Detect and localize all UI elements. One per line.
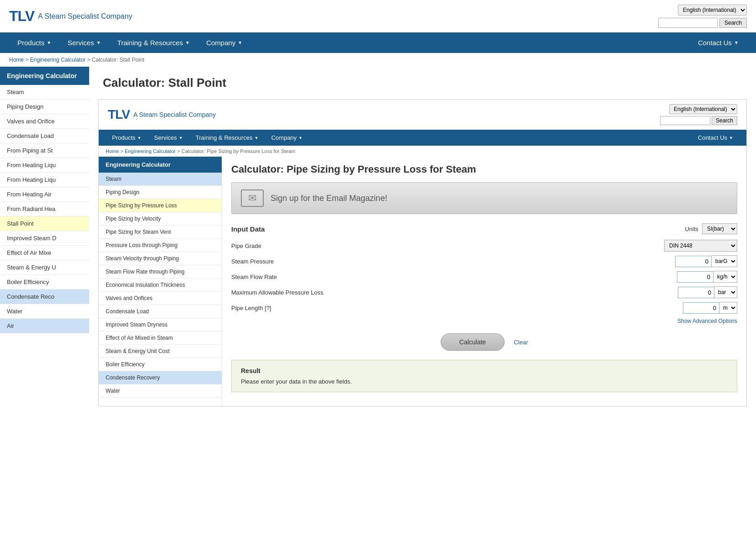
inner-sidebar-steam-velocity[interactable]: Steam Velocity through Piping [99, 252, 222, 265]
pipe-length-unit[interactable]: m ft [719, 302, 737, 314]
pipe-grade-row: Pipe Grade DIN 2448 ASTM A53 JIS G3452 [231, 240, 737, 252]
outer-sidebar-boiler[interactable]: Boiler Efficiency [0, 275, 89, 290]
outer-contact-chevron: ▼ [734, 40, 739, 45]
outer-search-row: Search [658, 18, 747, 28]
input-section-title: Input Data [231, 225, 265, 233]
outer-sidebar-from-air[interactable]: From Heating Air [0, 187, 89, 202]
inner-nav-products[interactable]: Products ▼ [106, 130, 148, 146]
outer-sidebar-condensate-recovery[interactable]: Condensate Reco [0, 290, 89, 304]
outer-sidebar-from-piping[interactable]: From Piping at St [0, 143, 89, 158]
outer-breadcrumb-home[interactable]: Home [9, 57, 24, 63]
outer-breadcrumb-engcalc[interactable]: Engineering Calculator [30, 57, 85, 63]
steam-pressure-unit[interactable]: barG barA kPa [712, 255, 737, 267]
outer-nav-products[interactable]: Products ▼ [9, 32, 59, 53]
max-pressure-loss-label: Maximum Allowable Pressure Loss [231, 289, 678, 296]
inner-sidebar-pipe-sizing-pressure[interactable]: Pipe Sizing by Pressure Loss [99, 199, 222, 212]
inner-search-input[interactable] [660, 116, 710, 125]
inner-sidebar-pipe-sizing-velocity[interactable]: Pipe Sizing by Velocity [99, 212, 222, 226]
outer-sidebar-air[interactable]: Air [0, 319, 89, 333]
outer-sidebar-effect-air[interactable]: Effect of Air Mixe [0, 246, 89, 260]
email-signup-banner[interactable]: ✉ Sign up for the Email Magazine! [231, 182, 737, 214]
units-select[interactable]: SI(bar) SI(kPa) Imperial [702, 223, 737, 234]
inner-sidebar-energy[interactable]: Steam & Energy Unit Cost [99, 345, 222, 358]
steam-pressure-row: Steam Pressure barG barA kPa [231, 255, 737, 267]
outer-sidebar-from-heating2[interactable]: From Heating Liqu [0, 173, 89, 187]
inner-sidebar-boiler[interactable]: Boiler Efficiency [99, 358, 222, 371]
advanced-options-row: Show Advanced Options [231, 317, 737, 324]
inner-sidebar-steam-flow-rate[interactable]: Steam Flow Rate through Piping [99, 265, 222, 279]
calculate-button[interactable]: Calculate [441, 333, 505, 351]
pipe-length-label: Pipe Length [?] [231, 305, 683, 311]
result-title: Result [241, 367, 728, 374]
outer-sidebar-from-heating1[interactable]: From Heating Liqu [0, 158, 89, 173]
inner-nav-company[interactable]: Company ▼ [265, 130, 309, 146]
outer-sidebar-from-radiant[interactable]: From Radiant Hea [0, 202, 89, 216]
inner-sidebar-header: Engineering Calculator [99, 157, 222, 173]
clear-link[interactable]: Clear [514, 339, 528, 346]
outer-sidebar-piping-design[interactable]: Piping Design [0, 100, 89, 114]
outer-window: TLV A Steam Specialist Company English (… [0, 0, 756, 425]
outer-nav-company[interactable]: Company ▼ [198, 32, 250, 53]
input-data-section: Input Data Units SI(bar) SI(kPa) Imperia… [231, 223, 737, 324]
steam-pressure-group: barG barA kPa [675, 255, 737, 267]
inner-nav-contact[interactable]: Contact Us ▼ [692, 130, 740, 146]
pipe-grade-select[interactable]: DIN 2448 ASTM A53 JIS G3452 [664, 240, 737, 252]
inner-sidebar-pressure-loss[interactable]: Pressure Loss through Piping [99, 239, 222, 252]
inner-sidebar-effect-air[interactable]: Effect of Air Mixed in Steam [99, 332, 222, 345]
inner-breadcrumb-current: Calculator: Pipe Sizing by Pressure Loss… [181, 148, 295, 154]
inner-nav-training[interactable]: Training & Resources ▼ [189, 130, 265, 146]
inner-company-chevron: ▼ [298, 136, 303, 140]
max-pressure-loss-row: Maximum Allowable Pressure Loss bar kPa … [231, 286, 737, 298]
outer-sidebar-header: Engineering Calculator [0, 67, 89, 85]
email-icon: ✉ [241, 190, 264, 207]
max-pressure-loss-unit[interactable]: bar kPa psi [714, 286, 737, 298]
outer-nav-bar: Products ▼ Services ▼ Training & Resourc… [0, 32, 756, 53]
advanced-options-link[interactable]: Show Advanced Options [677, 318, 737, 324]
inner-sidebar-water[interactable]: Water [99, 385, 222, 398]
outer-products-chevron: ▼ [47, 40, 51, 45]
outer-search-input[interactable] [658, 18, 718, 28]
inner-main: Calculator: Pipe Sizing by Pressure Loss… [222, 157, 746, 406]
steam-flow-rate-unit[interactable]: kg/h kg/s t/h [713, 271, 737, 283]
steam-pressure-label: Steam Pressure [231, 258, 675, 265]
inner-nav-services[interactable]: Services ▼ [148, 130, 189, 146]
steam-pressure-input[interactable] [675, 256, 712, 267]
outer-nav-services[interactable]: Services ▼ [59, 32, 109, 53]
outer-breadcrumb-current: Calculator: Stall Point [92, 57, 144, 63]
inner-sidebar-improved-steam[interactable]: Improved Steam Dryness [99, 318, 222, 332]
outer-training-chevron: ▼ [185, 40, 190, 45]
inner-sidebar-valves-orifices[interactable]: Valves and Orifices [99, 292, 222, 305]
outer-company-chevron: ▼ [238, 40, 242, 45]
outer-sidebar-stall-point[interactable]: Stall Point [0, 216, 89, 231]
outer-nav-training[interactable]: Training & Resources ▼ [109, 32, 198, 53]
email-banner-text: Sign up for the Email Magazine! [271, 194, 387, 203]
steam-flow-rate-input[interactable] [677, 271, 713, 283]
inner-nav-bar: Products ▼ Services ▼ Training & Resourc… [99, 130, 746, 146]
inner-services-chevron: ▼ [179, 136, 183, 140]
pipe-length-input[interactable] [683, 302, 719, 314]
inner-body: Engineering Calculator Steam Piping Desi… [99, 157, 746, 406]
inner-lang-select[interactable]: English (International) [669, 104, 737, 114]
inner-sidebar-steam[interactable]: Steam [99, 173, 222, 186]
outer-sidebar: Engineering Calculator Steam Piping Desi… [0, 67, 89, 425]
outer-nav-contact[interactable]: Contact Us ▼ [690, 32, 747, 53]
max-pressure-loss-input[interactable] [678, 287, 714, 298]
outer-sidebar-condensate-load[interactable]: Condensate Load [0, 129, 89, 143]
units-row: Units SI(bar) SI(kPa) Imperial [685, 223, 737, 234]
inner-sidebar-condensate-recovery[interactable]: Condensate Recovery [99, 371, 222, 385]
outer-sidebar-steam[interactable]: Steam [0, 85, 89, 100]
inner-sidebar-piping-design[interactable]: Piping Design [99, 186, 222, 199]
outer-search-button[interactable]: Search [719, 18, 747, 28]
outer-sidebar-improved-steam[interactable]: Improved Steam D [0, 231, 89, 246]
inner-search-button[interactable]: Search [712, 116, 737, 125]
inner-breadcrumb-home[interactable]: Home [106, 148, 119, 154]
outer-sidebar-water[interactable]: Water [0, 304, 89, 319]
inner-sidebar-condensate-load[interactable]: Condensate Load [99, 305, 222, 318]
inner-sidebar-pipe-sizing-vent[interactable]: Pipe Sizing for Steam Vent [99, 226, 222, 239]
inner-sidebar: Engineering Calculator Steam Piping Desi… [99, 157, 222, 406]
inner-sidebar-insulation[interactable]: Economical Insulation Thickness [99, 279, 222, 292]
inner-breadcrumb-engcalc[interactable]: Engineering Calculator [125, 148, 176, 154]
outer-lang-select[interactable]: English (International) Japanese [678, 5, 747, 16]
outer-sidebar-energy[interactable]: Steam & Energy U [0, 260, 89, 275]
outer-sidebar-valves[interactable]: Valves and Orifice [0, 114, 89, 129]
